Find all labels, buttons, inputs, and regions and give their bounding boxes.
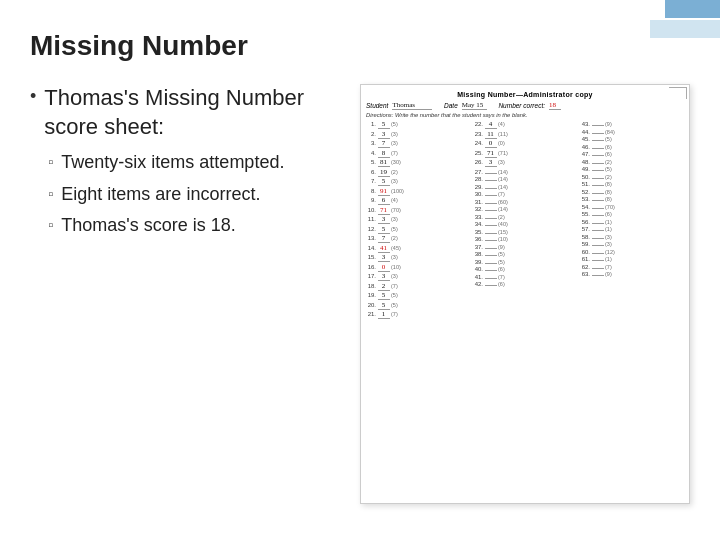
left-panel: • Thomas's Missing Number score sheet: ▫… [30,84,340,504]
item-answer [485,278,497,279]
item-row: 47.(6) [580,151,684,157]
item-number: 51. [580,181,590,187]
item-possible: (100) [391,188,404,194]
items-grid: 1.5(5)2.3(3)3.7(3)4.8(7)5.81(30)6.19(2)7… [366,121,684,319]
items-col-3: 43.(9)44.(84)45.(5)46.(6)47.(6)48.(2)49.… [580,121,684,319]
item-row: 11.3(3) [366,216,470,224]
item-answer: 3 [378,216,390,224]
item-row: 46.(6) [580,144,684,150]
item-possible: (6) [605,144,612,150]
item-number: 56. [580,219,590,225]
item-number: 14. [366,245,376,251]
item-row: 59.(3) [580,241,684,247]
item-possible: (2) [391,235,398,241]
item-answer [592,125,604,126]
item-number: 48. [580,159,590,165]
item-answer: 3 [378,273,390,281]
item-possible: (9) [605,271,612,277]
item-possible: (60) [498,199,508,205]
item-answer [592,208,604,209]
item-row: 6.19(2) [366,169,470,177]
item-number: 8. [366,188,376,194]
item-possible: (7) [498,191,505,197]
item-row: 27.(14) [473,169,577,175]
item-number: 18. [366,283,376,289]
item-number: 35. [473,229,483,235]
number-correct-value: 18 [549,101,561,110]
item-row: 2.3(3) [366,131,470,139]
item-answer: 7 [378,235,390,243]
item-answer [485,210,497,211]
item-row: 18.2(7) [366,283,470,291]
item-number: 58. [580,234,590,240]
item-answer: 7 [378,140,390,148]
item-answer [485,195,497,196]
item-row: 31.(60) [473,199,577,205]
item-number: 45. [580,136,590,142]
item-possible: (3) [498,159,505,165]
item-row: 44.(84) [580,129,684,135]
item-possible: (3) [391,178,398,184]
item-answer: 11 [485,131,497,139]
item-number: 16. [366,264,376,270]
item-answer [485,270,497,271]
item-row: 24.0(0) [473,140,577,148]
item-row: 56.(1) [580,219,684,225]
item-possible: (84) [605,129,615,135]
item-possible: (71) [498,150,508,156]
item-answer [485,263,497,264]
item-row: 55.(6) [580,211,684,217]
item-answer [592,193,604,194]
item-row: 21.1(7) [366,311,470,319]
item-row: 3.7(3) [366,140,470,148]
item-answer: 2 [378,283,390,291]
item-row: 13.7(2) [366,235,470,243]
item-possible: (5) [605,166,612,172]
item-number: 42. [473,281,483,287]
student-label: Student [366,102,388,109]
item-answer [592,178,604,179]
item-row: 32.(14) [473,206,577,212]
sub-bullet-marker-1: ▫ [48,153,53,170]
item-number: 26. [473,159,483,165]
item-possible: (6) [498,266,505,272]
item-row: 15.3(3) [366,254,470,262]
item-possible: (6) [605,151,612,157]
item-answer [485,285,497,286]
item-possible: (10) [498,236,508,242]
item-number: 7. [366,178,376,184]
item-possible: (10) [391,264,401,270]
item-row: 1.5(5) [366,121,470,129]
item-possible: (70) [391,207,401,213]
item-possible: (40) [498,221,508,227]
item-answer: 3 [485,159,497,167]
item-possible: (70) [605,204,615,210]
right-panel: Missing Number—Administrator copy Studen… [360,84,690,504]
item-row: 38.(5) [473,251,577,257]
item-row: 17.3(3) [366,273,470,281]
item-number: 29. [473,184,483,190]
item-number: 11. [366,216,376,222]
item-possible: (5) [391,226,398,232]
item-possible: (5) [391,121,398,127]
item-possible: (3) [391,140,398,146]
item-number: 46. [580,144,590,150]
item-answer: 0 [378,264,390,272]
item-row: 45.(5) [580,136,684,142]
item-possible: (1) [605,256,612,262]
item-row: 49.(5) [580,166,684,172]
item-possible: (3) [605,234,612,240]
item-row: 42.(6) [473,281,577,287]
content-area: • Thomas's Missing Number score sheet: ▫… [30,84,690,504]
item-number: 33. [473,214,483,220]
item-row: 9.6(4) [366,197,470,205]
item-row: 14.41(45) [366,245,470,253]
item-row: 60.(12) [580,249,684,255]
item-row: 61.(1) [580,256,684,262]
item-possible: (8) [605,181,612,187]
item-number: 63. [580,271,590,277]
item-possible: (5) [498,251,505,257]
item-row: 58.(3) [580,234,684,240]
sub-bullet-1: ▫ Twenty-six items attempted. [48,151,340,174]
item-possible: (6) [498,281,505,287]
